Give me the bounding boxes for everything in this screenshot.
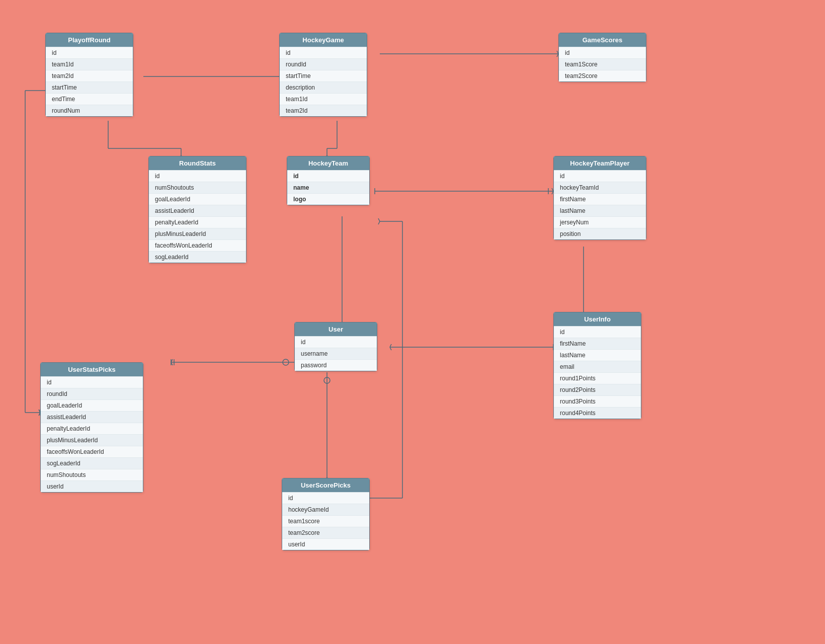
- field-pr-roundnum: roundNum: [46, 105, 133, 116]
- field-uscp-id: id: [282, 492, 369, 504]
- field-ui-round1points: round1Points: [554, 372, 641, 384]
- field-usp-id: id: [41, 376, 143, 388]
- entity-hockeyteamplayer: HockeyTeamPlayer id hockeyTeamId firstNa…: [553, 156, 646, 240]
- field-usp-userid: userId: [41, 480, 143, 492]
- entity-hockeyteamplayer-header: HockeyTeamPlayer: [554, 156, 646, 170]
- field-u-username: username: [295, 348, 377, 359]
- entity-userinfo: UserInfo id firstName lastName email rou…: [553, 312, 641, 419]
- field-uscp-hockeygameid: hockeyGameId: [282, 504, 369, 515]
- field-u-password: password: [295, 359, 377, 371]
- field-rs-plusminusleaderid: plusMinusLeaderId: [149, 228, 246, 239]
- field-hg-description: description: [280, 82, 367, 93]
- field-ht-name: name: [287, 182, 369, 193]
- svg-line-21: [390, 344, 391, 347]
- diagram-container: PlayoffRound id team1Id team2Id startTim…: [0, 0, 825, 644]
- field-ui-round3points: round3Points: [554, 395, 641, 407]
- svg-line-30: [171, 362, 173, 365]
- field-ui-round2points: round2Points: [554, 384, 641, 395]
- field-rs-penaltyleaderid: penaltyLeaderId: [149, 216, 246, 228]
- field-rs-id: id: [149, 170, 246, 182]
- field-htp-position: position: [554, 228, 646, 239]
- svg-point-26: [283, 359, 289, 365]
- entity-userstatspicks-header: UserStatsPicks: [41, 363, 143, 376]
- field-pr-endtime: endTime: [46, 93, 133, 105]
- field-htp-jerseynum: jerseyNum: [554, 216, 646, 228]
- field-ui-lastname: lastName: [554, 349, 641, 361]
- field-usp-numshoutouts: numShoutouts: [41, 469, 143, 480]
- field-ht-logo: logo: [287, 193, 369, 205]
- field-usp-goalleaderid: goalLeaderId: [41, 399, 143, 411]
- field-gs-team2score: team2Score: [559, 70, 646, 82]
- field-gs-id: id: [559, 47, 646, 58]
- svg-point-33: [324, 377, 330, 383]
- field-usp-plusminusleaderid: plusMinusLeaderId: [41, 434, 143, 446]
- field-pr-team2id: team2Id: [46, 70, 133, 82]
- entity-user: User id username password: [294, 322, 377, 371]
- svg-line-29: [171, 359, 173, 362]
- field-ui-email: email: [554, 361, 641, 372]
- field-rs-goalleaderid: goalLeaderId: [149, 193, 246, 205]
- entity-hockeyteam-header: HockeyTeam: [287, 156, 369, 170]
- field-usp-sogleaderid: sogLeaderId: [41, 457, 143, 469]
- field-htp-lastname: lastName: [554, 205, 646, 216]
- field-pr-id: id: [46, 47, 133, 58]
- field-rs-numshoutouts: numShoutouts: [149, 182, 246, 193]
- entity-userinfo-header: UserInfo: [554, 312, 641, 326]
- field-uscp-team2score: team2score: [282, 527, 369, 538]
- field-gs-team1score: team1Score: [559, 58, 646, 70]
- entity-user-header: User: [295, 323, 377, 336]
- field-ui-id: id: [554, 326, 641, 338]
- field-rs-assistleaderid: assistLeaderId: [149, 205, 246, 216]
- field-uscp-userid: userId: [282, 538, 369, 550]
- field-htp-hockeyteamid: hockeyTeamId: [554, 182, 646, 193]
- field-pr-starttime: startTime: [46, 82, 133, 93]
- svg-line-41: [378, 218, 380, 221]
- field-usp-assistleaderid: assistLeaderId: [41, 411, 143, 423]
- field-hg-starttime: startTime: [280, 70, 367, 82]
- svg-line-22: [390, 347, 391, 350]
- field-htp-firstname: firstName: [554, 193, 646, 205]
- field-u-id: id: [295, 336, 377, 348]
- field-usp-roundid: roundId: [41, 388, 143, 399]
- entity-playoffround: PlayoffRound id team1Id team2Id startTim…: [45, 33, 133, 117]
- field-ui-firstname: firstName: [554, 338, 641, 349]
- field-rs-sogleaderid: sogLeaderId: [149, 251, 246, 263]
- entity-gamescores: GameScores id team1Score team2Score: [558, 33, 646, 82]
- entity-roundstats-header: RoundStats: [149, 156, 246, 170]
- entity-userscorepicks: UserScorePicks id hockeyGameId team1scor…: [282, 478, 370, 550]
- field-pr-team1id: team1Id: [46, 58, 133, 70]
- field-ht-id: id: [287, 170, 369, 182]
- entity-hockeygame: HockeyGame id roundId startTime descript…: [279, 33, 367, 117]
- entity-roundstats: RoundStats id numShoutouts goalLeaderId …: [148, 156, 246, 263]
- field-usp-faceoffswonleaderid: faceoffsWonLeaderId: [41, 446, 143, 457]
- field-hg-roundid: roundId: [280, 58, 367, 70]
- entity-userscorepicks-header: UserScorePicks: [282, 478, 369, 492]
- field-hg-team2id: team2Id: [280, 105, 367, 116]
- entity-playoffround-header: PlayoffRound: [46, 33, 133, 47]
- entity-gamescores-header: GameScores: [559, 33, 646, 47]
- entity-hockeygame-header: HockeyGame: [280, 33, 367, 47]
- field-usp-penaltyleaderid: penaltyLeaderId: [41, 423, 143, 434]
- field-htp-id: id: [554, 170, 646, 182]
- field-uscp-team1score: team1score: [282, 515, 369, 527]
- field-ui-round4points: round4Points: [554, 407, 641, 419]
- field-hg-id: id: [280, 47, 367, 58]
- svg-line-42: [378, 221, 380, 224]
- entity-userstatspicks: UserStatsPicks id roundId goalLeaderId a…: [40, 362, 143, 493]
- entity-hockeyteam: HockeyTeam id name logo: [287, 156, 370, 205]
- field-rs-faceoffswonleaderid: faceoffsWonLeaderId: [149, 239, 246, 251]
- field-hg-team1id: team1Id: [280, 93, 367, 105]
